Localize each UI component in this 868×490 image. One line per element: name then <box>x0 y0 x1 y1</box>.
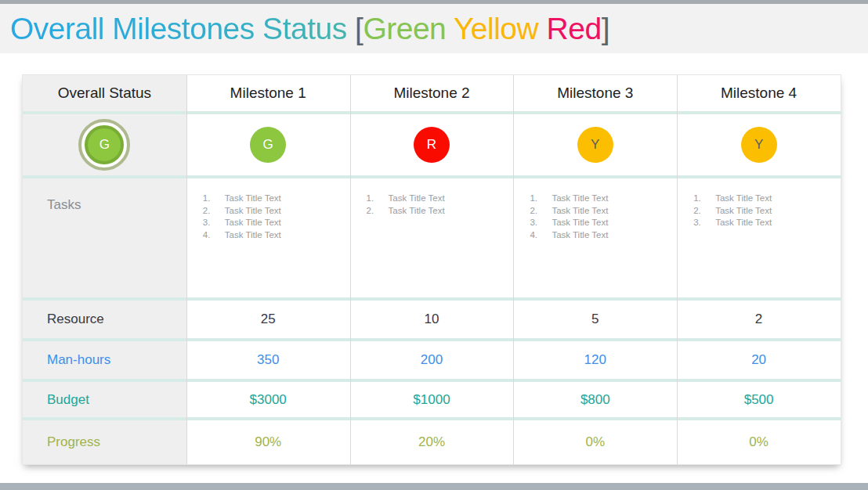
title-legend-yellow: Yellow <box>454 12 538 45</box>
task-item: Task Title Text <box>367 205 445 218</box>
status-cell-milestone-1: G <box>186 114 350 175</box>
title-bracket-open: [ <box>355 12 363 45</box>
header-milestone-2: Milestone 2 <box>350 75 514 111</box>
row-label-tasks: Tasks <box>23 178 186 297</box>
title-bar: Overall Milestones Status [Green Yellow … <box>0 4 868 53</box>
row-label-budget: Budget <box>23 382 186 417</box>
overall-status-cell: G <box>23 114 186 175</box>
budget-value-milestone-4: $500 <box>677 382 841 417</box>
status-indicator-green: G <box>250 127 286 163</box>
man-hours-value-milestone-4: 20 <box>677 341 841 379</box>
task-list: Task Title Text Task Title Text Task Tit… <box>530 193 608 241</box>
overall-status-indicator: G <box>85 125 124 164</box>
header-milestone-1: Milestone 1 <box>186 75 350 111</box>
resource-value-milestone-1: 25 <box>186 301 350 338</box>
task-item: Task Title Text <box>203 229 281 242</box>
task-item: Task Title Text <box>203 205 281 218</box>
row-label-progress: Progress <box>23 420 186 464</box>
tasks-cell-milestone-3: Task Title Text Task Title Text Task Tit… <box>513 178 677 297</box>
budget-value-milestone-1: $3000 <box>186 382 350 417</box>
task-list: Task Title Text Task Title Text Task Tit… <box>693 193 772 229</box>
header-milestone-4: Milestone 4 <box>677 75 841 111</box>
header-milestone-3: Milestone 3 <box>513 75 677 111</box>
task-item: Task Title Text <box>693 193 772 205</box>
man-hours-value-milestone-2: 200 <box>350 341 514 379</box>
resource-value-milestone-3: 5 <box>513 301 677 338</box>
bottom-accent-bar <box>0 483 868 490</box>
header-overall-status: Overall Status <box>23 75 186 111</box>
task-item: Task Title Text <box>203 217 281 229</box>
row-label-resource: Resource <box>23 301 186 338</box>
task-item: Task Title Text <box>203 193 281 205</box>
man-hours-value-milestone-1: 350 <box>186 341 350 379</box>
task-item: Task Title Text <box>530 193 608 205</box>
title-legend-green: Green <box>363 12 446 45</box>
status-cell-milestone-4: Y <box>677 114 841 175</box>
title-bracket-close: ] <box>602 12 609 45</box>
task-item: Task Title Text <box>530 217 608 229</box>
task-item: Task Title Text <box>693 217 772 229</box>
row-label-man-hours: Man-hours <box>23 341 186 379</box>
task-item: Task Title Text <box>530 205 608 218</box>
man-hours-value-milestone-3: 120 <box>513 341 677 379</box>
task-item: Task Title Text <box>367 193 445 205</box>
task-item: Task Title Text <box>530 229 608 242</box>
progress-value-milestone-1: 90% <box>186 420 350 464</box>
task-list: Task Title Text Task Title Text <box>367 193 445 217</box>
status-indicator-yellow: Y <box>577 127 613 163</box>
status-cell-milestone-2: R <box>350 114 514 175</box>
tasks-cell-milestone-2: Task Title Text Task Title Text <box>350 178 514 297</box>
budget-value-milestone-3: $800 <box>513 382 677 417</box>
resource-value-milestone-2: 10 <box>350 301 514 338</box>
progress-value-milestone-3: 0% <box>513 420 677 464</box>
budget-value-milestone-2: $1000 <box>350 382 514 417</box>
title-legend-red: Red <box>547 12 602 45</box>
status-cell-milestone-3: Y <box>513 114 677 175</box>
overall-status-ring: G <box>78 119 130 171</box>
progress-value-milestone-2: 20% <box>350 420 514 464</box>
resource-value-milestone-4: 2 <box>677 301 841 338</box>
milestone-status-table: Overall Status Milestone 1 Milestone 2 M… <box>22 74 841 465</box>
status-indicator-red: R <box>414 127 450 163</box>
tasks-cell-milestone-1: Task Title Text Task Title Text Task Tit… <box>186 178 350 297</box>
status-indicator-yellow: Y <box>741 127 777 163</box>
progress-value-milestone-4: 0% <box>677 420 841 464</box>
tasks-cell-milestone-4: Task Title Text Task Title Text Task Tit… <box>677 178 841 297</box>
task-item: Task Title Text <box>693 205 772 218</box>
title-main-text: Overall Milestones Status <box>10 12 347 45</box>
page-title: Overall Milestones Status [Green Yellow … <box>10 12 609 46</box>
task-list: Task Title Text Task Title Text Task Tit… <box>203 193 281 241</box>
